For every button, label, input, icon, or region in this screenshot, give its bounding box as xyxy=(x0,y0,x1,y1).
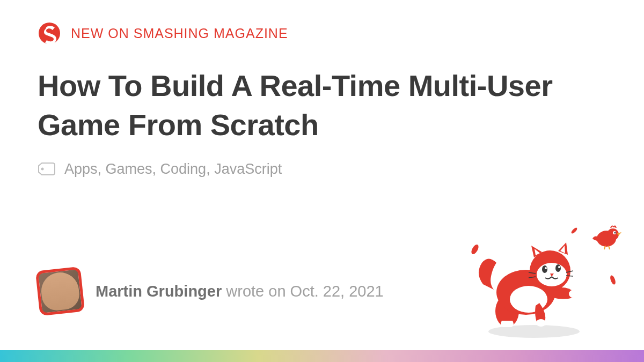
svg-point-12 xyxy=(558,266,560,268)
svg-point-20 xyxy=(614,232,616,234)
svg-point-6 xyxy=(536,319,546,327)
svg-line-16 xyxy=(566,276,573,276)
svg-point-10 xyxy=(555,264,561,272)
svg-point-5 xyxy=(569,290,580,298)
article-title: How To Build A Real-Time Multi-User Game… xyxy=(0,45,644,145)
cat-mascot-illustration xyxy=(467,220,628,338)
author-avatar xyxy=(35,267,85,316)
publish-date: Oct. 22, 2021 xyxy=(290,283,384,300)
eyebrow-label: NEW ON SMASHING MAGAZINE xyxy=(71,26,288,41)
tags-list: Apps, Games, Coding, JavaScript xyxy=(64,161,282,178)
smashing-logo-icon xyxy=(38,21,61,45)
svg-point-23 xyxy=(470,243,480,255)
tags-row: Apps, Games, Coding, JavaScript xyxy=(0,145,644,178)
header-row: NEW ON SMASHING MAGAZINE xyxy=(0,0,644,45)
svg-point-11 xyxy=(545,267,547,269)
svg-point-24 xyxy=(609,275,617,285)
tag-icon xyxy=(38,162,56,176)
author-row: Martin Grubinger wrote on Oct. 22, 2021 xyxy=(0,269,421,314)
wrote-on-text: wrote on xyxy=(222,283,290,300)
author-byline: Martin Grubinger wrote on Oct. 22, 2021 xyxy=(96,283,384,300)
svg-point-9 xyxy=(542,265,547,273)
author-name: Martin Grubinger xyxy=(96,283,222,300)
rainbow-footer-bar xyxy=(0,350,644,362)
svg-point-1 xyxy=(41,168,44,171)
svg-point-18 xyxy=(607,228,619,240)
bird-icon xyxy=(590,223,623,252)
svg-point-25 xyxy=(570,227,578,234)
